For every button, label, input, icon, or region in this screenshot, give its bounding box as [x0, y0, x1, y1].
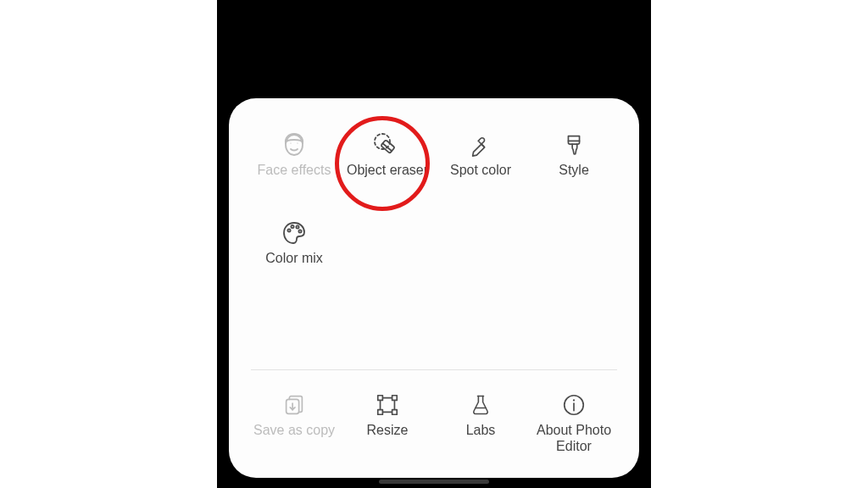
svg-point-20 [573, 399, 575, 401]
resize-option[interactable]: Resize [341, 382, 434, 463]
object-eraser-option[interactable]: Object eraser [341, 122, 434, 186]
svg-point-10 [296, 226, 298, 229]
save-as-copy-label: Save as copy [253, 423, 335, 438]
color-mix-label: Color mix [265, 251, 323, 266]
flask-icon [459, 387, 503, 423]
object-eraser-label: Object eraser [347, 163, 428, 178]
face-icon [272, 127, 316, 163]
eraser-icon [365, 127, 409, 163]
about-photo-editor-option[interactable]: About Photo Editor [527, 382, 620, 463]
style-label: Style [559, 163, 589, 178]
svg-rect-14 [378, 396, 383, 401]
labs-option[interactable]: Labs [434, 382, 527, 463]
section-divider [251, 369, 617, 370]
palette-icon [272, 215, 316, 251]
face-effects-option[interactable]: Face effects [248, 122, 341, 186]
svg-rect-15 [392, 396, 398, 401]
save-as-copy-option[interactable]: Save as copy [248, 382, 341, 463]
labs-label: Labs [466, 423, 496, 438]
about-photo-editor-label: About Photo Editor [529, 423, 619, 454]
svg-point-0 [286, 135, 303, 155]
actions-row: Save as copy Resize [248, 382, 620, 463]
spot-color-label: Spot color [450, 163, 511, 178]
info-icon [552, 387, 596, 423]
home-indicator [379, 480, 489, 484]
phone-frame: Face effects Object eraser [217, 0, 651, 488]
options-sheet: Face effects Object eraser [229, 98, 639, 478]
svg-point-2 [297, 142, 298, 143]
svg-point-11 [298, 230, 301, 233]
style-option[interactable]: Style [527, 122, 620, 186]
resize-icon [365, 387, 409, 423]
svg-point-1 [290, 142, 291, 143]
brush-icon [552, 127, 596, 163]
dropper-icon [459, 127, 503, 163]
color-mix-option[interactable]: Color mix [248, 210, 341, 274]
copy-down-icon [272, 387, 316, 423]
tools-row-1: Face effects Object eraser [248, 122, 620, 186]
svg-point-8 [287, 230, 290, 232]
svg-rect-17 [392, 410, 398, 415]
spot-color-option[interactable]: Spot color [434, 122, 527, 186]
svg-rect-16 [378, 410, 383, 415]
resize-label: Resize [367, 423, 409, 438]
tools-row-2: Color mix [248, 210, 620, 274]
face-effects-label: Face effects [258, 163, 331, 178]
svg-point-9 [291, 225, 293, 228]
